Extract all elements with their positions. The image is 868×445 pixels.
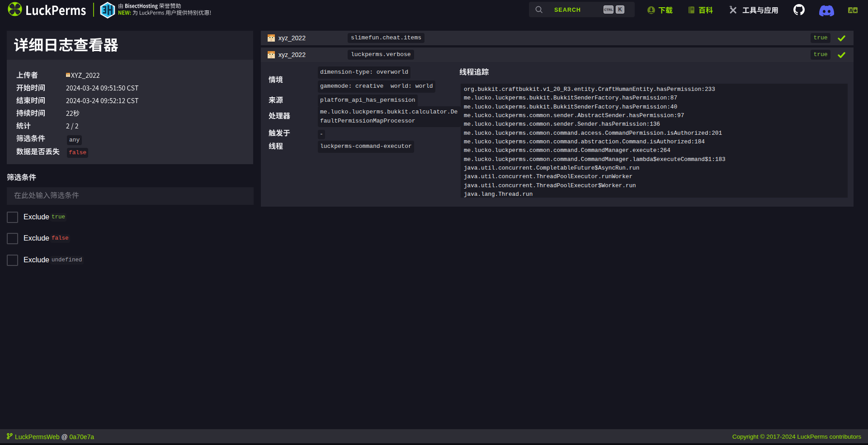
svg-text:A: A [849,8,853,13]
